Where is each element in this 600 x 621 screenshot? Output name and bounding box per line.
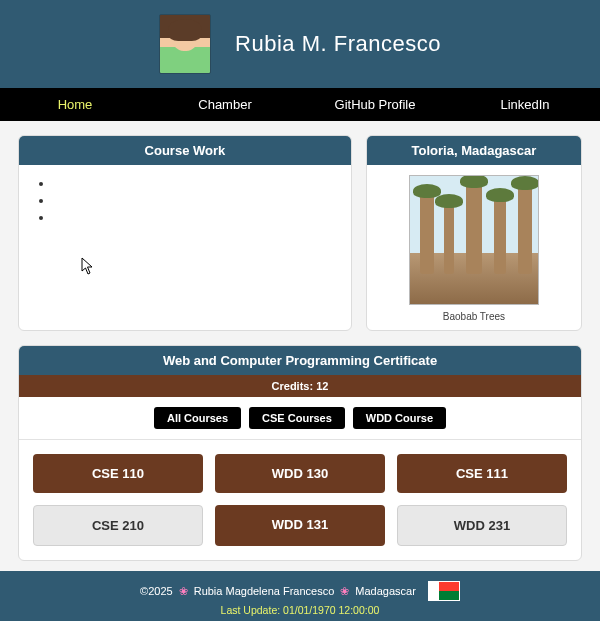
filter-wdd-button[interactable]: WDD Course [353,407,446,429]
location-panel: Toloria, Madagascar Baobab Trees [366,135,582,331]
course-tile[interactable]: WDD 231 [397,505,567,546]
nav-github[interactable]: GitHub Profile [300,88,450,121]
nav-chamber[interactable]: Chamber [150,88,300,121]
course-tile[interactable]: WDD 131 [215,505,385,546]
course-work-list [41,176,333,224]
list-item [53,210,333,224]
nav-home[interactable]: Home [0,88,150,121]
location-title: Toloria, Madagascar [367,136,581,165]
nav-linkedin[interactable]: LinkedIn [450,88,600,121]
flower-icon: ❀ [340,585,349,598]
footer-last-update: Last Update: 01/01/1970 12:00:00 [0,604,600,616]
course-tile[interactable]: WDD 130 [215,454,385,493]
site-name: Rubia M. Francesco [235,31,441,57]
certificate-panel: Web and Computer Programming Certificate… [18,345,582,561]
footer-country: Madagascar [355,585,416,597]
course-tile[interactable]: CSE 210 [33,505,203,546]
location-image [409,175,539,305]
course-work-body [19,165,351,315]
certificate-title: Web and Computer Programming Certificate [19,346,581,375]
footer-copyright: ©2025 [140,585,173,597]
credits-label: Credits: 12 [19,375,581,397]
page-header: Rubia M. Francesco [0,0,600,88]
main-nav: Home Chamber GitHub Profile LinkedIn [0,88,600,121]
filter-all-button[interactable]: All Courses [154,407,241,429]
list-item [53,193,333,207]
list-item [53,176,333,190]
footer-full-name: Rubia Magdelena Francesco [194,585,335,597]
course-work-title: Course Work [19,136,351,165]
page-footer: ©2025 ❀ Rubia Magdelena Francesco ❀ Mada… [0,571,600,621]
course-tile[interactable]: CSE 110 [33,454,203,493]
flower-icon: ❀ [179,585,188,598]
madagascar-flag-icon [428,581,460,601]
course-work-panel: Course Work [18,135,352,331]
avatar [159,14,211,74]
location-caption: Baobab Trees [377,311,571,322]
cursor-icon [81,257,95,275]
filter-row: All Courses CSE Courses WDD Course [19,397,581,440]
course-grid: CSE 110 WDD 130 CSE 111 CSE 210 WDD 131 … [19,440,581,560]
filter-cse-button[interactable]: CSE Courses [249,407,345,429]
course-tile[interactable]: CSE 111 [397,454,567,493]
